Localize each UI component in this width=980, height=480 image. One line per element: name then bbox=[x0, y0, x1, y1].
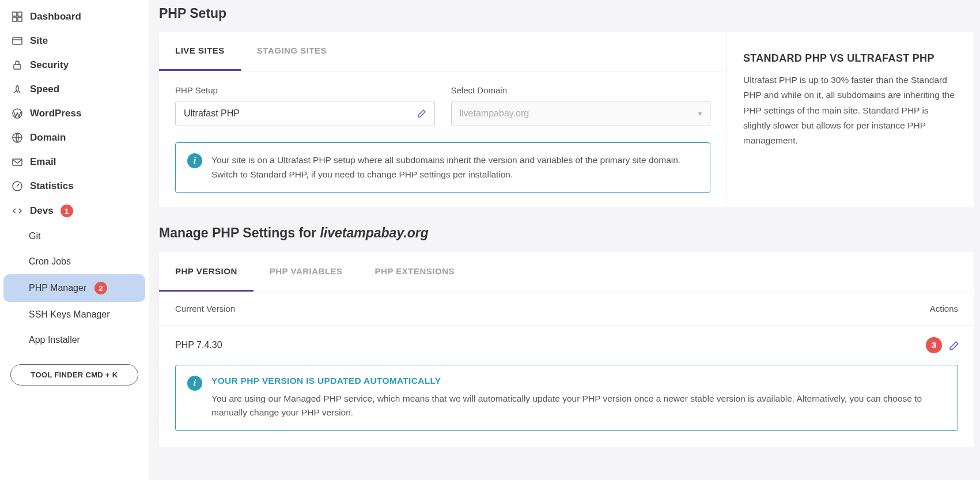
sidebar-subitem-git[interactable]: Git bbox=[3, 224, 145, 249]
chevron-down-icon: ▾ bbox=[698, 109, 702, 118]
info-text: Your site is on a Ultrafast PHP setup wh… bbox=[211, 153, 698, 182]
sidebar-subitem-label: SSH Keys Manager bbox=[29, 309, 110, 320]
svg-rect-2 bbox=[13, 17, 17, 21]
aside-card: STANDARD PHP VS ULTRAFAST PHP Ultrafast … bbox=[727, 32, 974, 207]
info-icon: i bbox=[187, 153, 202, 168]
step-badge: 2 bbox=[94, 282, 107, 294]
sidebar-item-email[interactable]: Email bbox=[0, 150, 149, 174]
tab-php-version[interactable]: PHP VERSION bbox=[159, 252, 253, 292]
sidebar-item-domain[interactable]: Domain bbox=[0, 126, 149, 150]
tab-php-variables[interactable]: PHP VARIABLES bbox=[253, 252, 359, 292]
svg-rect-0 bbox=[13, 12, 17, 16]
table-row: PHP 7.4.30 3 bbox=[159, 326, 974, 365]
svg-rect-5 bbox=[14, 65, 21, 69]
sidebar-subitem-label: App Installer bbox=[29, 335, 80, 345]
edit-version-icon[interactable] bbox=[949, 341, 958, 350]
sidebar-item-site[interactable]: Site bbox=[0, 29, 149, 53]
tab-php-extensions[interactable]: PHP EXTENSIONS bbox=[359, 252, 471, 292]
svg-rect-3 bbox=[18, 17, 22, 21]
sidebar-subitem-app-installer[interactable]: App Installer bbox=[3, 327, 145, 353]
info-callout: i Your site is on a Ultrafast PHP setup … bbox=[175, 142, 710, 193]
table-header: Current Version Actions bbox=[159, 292, 974, 326]
svg-rect-8 bbox=[13, 159, 22, 165]
rocket-icon bbox=[12, 84, 23, 95]
sidebar-item-statistics[interactable]: Statistics bbox=[0, 174, 149, 198]
sidebar-item-label: Email bbox=[30, 156, 56, 168]
sidebar-item-speed[interactable]: Speed bbox=[0, 77, 149, 101]
gauge-icon bbox=[12, 180, 23, 192]
sidebar-subitem-label: Git bbox=[29, 231, 40, 241]
sidebar-item-dashboard[interactable]: Dashboard bbox=[0, 5, 149, 29]
page-title: PHP Setup bbox=[159, 6, 974, 21]
manage-tabs: PHP VERSION PHP VARIABLES PHP EXTENSIONS bbox=[159, 252, 974, 292]
sidebar-item-label: Speed bbox=[30, 84, 59, 95]
info-callout-auto-update: i YOUR PHP VERSION IS UPDATED AUTOMATICA… bbox=[175, 365, 958, 432]
main-content: PHP Setup LIVE SITES STAGING SITES PHP S… bbox=[149, 0, 980, 480]
sidebar-item-label: Security bbox=[30, 59, 69, 71]
sidebar-item-label: Domain bbox=[30, 132, 66, 143]
step-badge: 1 bbox=[60, 205, 73, 217]
step-badge: 3 bbox=[926, 337, 942, 353]
sidebar-subitem-label: Cron Jobs bbox=[29, 256, 71, 267]
info-title: YOUR PHP VERSION IS UPDATED AUTOMATICALL… bbox=[211, 376, 946, 386]
field-label: PHP Setup bbox=[175, 85, 435, 95]
edit-icon[interactable] bbox=[417, 109, 426, 118]
dashboard-icon bbox=[12, 11, 23, 22]
select-domain-field: Select Domain livetampabay.org ▾ bbox=[451, 85, 711, 126]
aside-title: STANDARD PHP VS ULTRAFAST PHP bbox=[743, 52, 958, 65]
mail-icon bbox=[12, 156, 23, 168]
code-icon bbox=[12, 205, 23, 217]
sidebar-item-label: Statistics bbox=[30, 180, 74, 192]
sidebar-subitem-cron[interactable]: Cron Jobs bbox=[3, 249, 145, 274]
php-setup-card: LIVE SITES STAGING SITES PHP Setup Ultra… bbox=[159, 32, 727, 207]
svg-rect-1 bbox=[18, 12, 22, 16]
field-label: Select Domain bbox=[451, 85, 711, 95]
info-icon: i bbox=[187, 376, 202, 391]
site-icon bbox=[12, 35, 23, 47]
select-domain-input[interactable]: livetampabay.org ▾ bbox=[451, 101, 711, 126]
php-setup-input[interactable]: Ultrafast PHP bbox=[175, 101, 435, 126]
php-setup-field: PHP Setup Ultrafast PHP bbox=[175, 85, 435, 126]
col-current-version: Current Version bbox=[175, 304, 235, 313]
wordpress-icon bbox=[12, 108, 23, 119]
setup-tabs: LIVE SITES STAGING SITES bbox=[159, 32, 727, 71]
sidebar-subitem-php-manager[interactable]: PHP Manager 2 bbox=[3, 274, 145, 302]
tab-staging-sites[interactable]: STAGING SITES bbox=[241, 32, 343, 71]
globe-icon bbox=[12, 132, 23, 143]
sidebar-item-devs[interactable]: Devs 1 bbox=[0, 198, 149, 224]
sidebar-subitem-ssh[interactable]: SSH Keys Manager bbox=[3, 302, 145, 327]
sidebar-item-security[interactable]: Security bbox=[0, 53, 149, 77]
sidebar-subitem-label: PHP Manager bbox=[29, 283, 86, 293]
manage-title: Manage PHP Settings for livetampabay.org bbox=[159, 225, 974, 241]
info-text: You are using our Managed PHP service, w… bbox=[211, 392, 946, 421]
sidebar: Dashboard Site Security Speed WordPress … bbox=[0, 0, 149, 480]
tool-finder-button[interactable]: TOOL FINDER CMD + K bbox=[10, 364, 138, 385]
manage-card: PHP VERSION PHP VARIABLES PHP EXTENSIONS… bbox=[159, 252, 974, 448]
php-version-value: PHP 7.4.30 bbox=[175, 340, 222, 350]
sidebar-item-label: WordPress bbox=[30, 108, 81, 119]
sidebar-item-wordpress[interactable]: WordPress bbox=[0, 101, 149, 126]
tab-live-sites[interactable]: LIVE SITES bbox=[159, 32, 241, 71]
svg-rect-4 bbox=[13, 37, 22, 44]
aside-text: Ultrafast PHP is up to 30% faster than t… bbox=[743, 73, 958, 149]
lock-icon bbox=[12, 59, 23, 71]
sidebar-item-label: Devs bbox=[30, 205, 54, 217]
sidebar-item-label: Dashboard bbox=[30, 11, 81, 22]
sidebar-item-label: Site bbox=[30, 35, 48, 47]
col-actions: Actions bbox=[930, 304, 958, 313]
